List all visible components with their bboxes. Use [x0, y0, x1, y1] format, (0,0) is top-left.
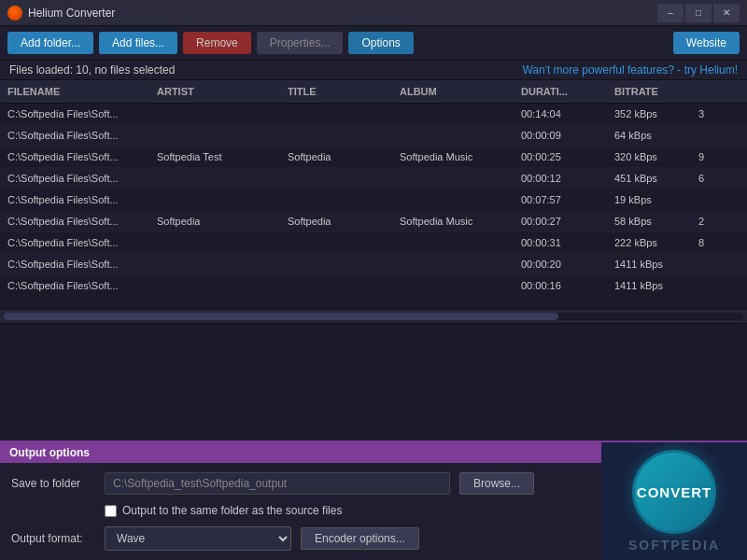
table-cell — [149, 256, 280, 273]
table-cell — [280, 277, 392, 294]
scrollbar-thumb — [4, 313, 558, 320]
table-row[interactable]: C:\Softpedia Files\Soft...00:00:161411 k… — [0, 275, 747, 297]
table-cell: 00:00:12 — [514, 170, 607, 187]
table-row[interactable]: C:\Softpedia Files\Soft...SoftpediaSoftp… — [0, 211, 747, 232]
table-cell — [392, 170, 514, 187]
horizontal-scrollbar[interactable] — [0, 309, 747, 324]
softpedia-watermark: SOFTPEDIA — [628, 538, 720, 553]
table-row[interactable]: C:\Softpedia Files\Soft...00:07:5719 kBp… — [0, 189, 747, 211]
table-row[interactable]: C:\Softpedia Files\Soft...00:00:0964 kBp… — [0, 125, 747, 147]
folder-path-input[interactable] — [105, 472, 450, 495]
table-cell: 58 kBps — [607, 213, 691, 230]
app-title: Helium Converter — [28, 7, 657, 20]
table-cell: 64 kBps — [607, 127, 691, 144]
table-cell — [149, 277, 280, 294]
table-cell: 19 kBps — [607, 191, 691, 208]
table-cell: 1411 kBps — [607, 277, 691, 294]
table-cell — [392, 256, 514, 273]
window-controls: – □ ✕ — [657, 4, 740, 22]
table-cell: C:\Softpedia Files\Soft... — [0, 105, 149, 122]
format-select[interactable]: Wave — [105, 526, 291, 551]
col-album: ALBUM — [392, 84, 514, 99]
table-cell: C:\Softpedia Files\Soft... — [0, 148, 149, 165]
table-cell — [149, 191, 280, 208]
close-button[interactable]: ✕ — [713, 4, 740, 22]
table-cell: 6 — [691, 170, 719, 187]
table-cell: 352 kBps — [607, 105, 691, 122]
main-content: Add folder... Add files... Remove Proper… — [0, 26, 747, 560]
minimize-button[interactable]: – — [657, 4, 684, 22]
save-to-folder-label: Save to folder — [11, 477, 95, 490]
properties-button[interactable]: Properties... — [257, 32, 344, 54]
add-files-button[interactable]: Add files... — [99, 32, 177, 54]
col-bitrate: BITRATE — [607, 84, 691, 99]
table-cell — [280, 234, 392, 251]
table-cell: C:\Softpedia Files\Soft... — [0, 127, 149, 144]
table-cell: 320 kBps — [607, 148, 691, 165]
table-cell: Softpedia Test — [149, 148, 280, 165]
add-folder-button[interactable]: Add folder... — [7, 32, 93, 54]
table-cell: 222 kBps — [607, 234, 691, 251]
table-row[interactable]: C:\Softpedia Files\Soft...00:00:201411 k… — [0, 254, 747, 275]
table-cell — [149, 170, 280, 187]
table-cell — [691, 256, 719, 273]
maximize-button[interactable]: □ — [685, 4, 712, 22]
promo-text: Wan't more powerful features? - try Heli… — [522, 63, 738, 77]
table-cell: 00:14:04 — [514, 105, 607, 122]
table-cell: 00:00:20 — [514, 256, 607, 273]
table-cell — [280, 191, 392, 208]
table-cell: C:\Softpedia Files\Soft... — [0, 213, 149, 230]
table-row[interactable]: C:\Softpedia Files\Soft...00:00:12451 kB… — [0, 168, 747, 189]
app-icon — [7, 6, 22, 21]
table-cell: 00:07:57 — [514, 191, 607, 208]
same-folder-checkbox[interactable] — [105, 505, 117, 517]
remove-button[interactable]: Remove — [183, 32, 251, 54]
output-format-label: Output format: — [11, 532, 95, 545]
table-header: FILENAME ARTIST TITLE ALBUM DURATI... BI… — [0, 80, 747, 104]
browse-button[interactable]: Browse... — [459, 472, 534, 495]
table-cell — [149, 234, 280, 251]
options-button[interactable]: Options — [348, 32, 413, 54]
convert-button[interactable]: CONVERT — [632, 450, 716, 534]
website-button[interactable]: Website — [673, 32, 740, 54]
convert-area: CONVERT SOFTPEDIA — [601, 442, 747, 560]
file-list-container: FILENAME ARTIST TITLE ALBUM DURATI... BI… — [0, 80, 747, 441]
status-text: Files loaded: 10, no files selected — [9, 63, 175, 77]
table-row[interactable]: C:\Softpedia Files\Soft...00:00:31222 kB… — [0, 232, 747, 254]
table-cell: Softpedia Music — [392, 148, 514, 165]
table-cell: 00:00:25 — [514, 148, 607, 165]
table-cell — [280, 105, 392, 122]
table-cell: 00:00:09 — [514, 127, 607, 144]
same-folder-label: Output to the same folder as the source … — [122, 504, 342, 517]
table-cell: 9 — [691, 148, 719, 165]
file-table[interactable]: C:\Softpedia Files\Soft...00:14:04352 kB… — [0, 104, 747, 309]
table-cell: 2 — [691, 213, 719, 230]
encoder-options-button[interactable]: Encoder options... — [301, 527, 419, 550]
table-cell — [392, 277, 514, 294]
titlebar: Helium Converter – □ ✕ — [0, 0, 747, 26]
table-cell — [149, 127, 280, 144]
table-cell: C:\Softpedia Files\Soft... — [0, 256, 149, 273]
table-cell: Softpedia Music — [392, 213, 514, 230]
table-cell — [280, 127, 392, 144]
col-artist: ARTIST — [149, 84, 280, 99]
table-cell: Softpedia — [280, 148, 392, 165]
col-duration: DURATI... — [514, 84, 607, 99]
col-filename: FILENAME — [0, 84, 149, 99]
table-row[interactable]: C:\Softpedia Files\Soft...00:14:04352 kB… — [0, 104, 747, 125]
table-row[interactable]: C:\Softpedia Files\Soft...Softpedia Test… — [0, 147, 747, 168]
table-cell: 00:00:31 — [514, 234, 607, 251]
statusbar: Files loaded: 10, no files selected Wan'… — [0, 61, 747, 80]
table-cell: 00:00:27 — [514, 213, 607, 230]
table-cell: C:\Softpedia Files\Soft... — [0, 191, 149, 208]
table-cell — [392, 105, 514, 122]
table-cell: 3 — [691, 105, 719, 122]
table-cell — [392, 127, 514, 144]
table-cell: C:\Softpedia Files\Soft... — [0, 277, 149, 294]
col-title: TITLE — [280, 84, 392, 99]
table-cell: 8 — [691, 234, 719, 251]
table-cell — [691, 191, 719, 208]
table-cell — [392, 234, 514, 251]
toolbar: Add folder... Add files... Remove Proper… — [0, 26, 747, 61]
col-extra — [691, 84, 719, 99]
